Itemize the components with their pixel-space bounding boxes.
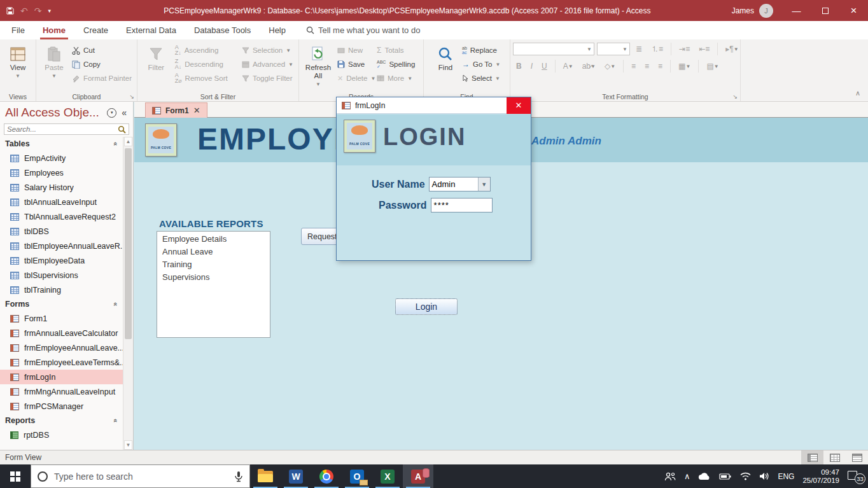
nav-item-table[interactable]: tblTraining bbox=[0, 282, 123, 297]
login-button[interactable]: Login bbox=[395, 298, 458, 315]
close-tab-icon[interactable]: ✕ bbox=[193, 106, 200, 115]
outlook-icon[interactable]: O bbox=[342, 464, 372, 488]
collapse-ribbon-icon[interactable]: ∧ bbox=[855, 89, 860, 97]
clock[interactable]: 09:47 25/07/2019 bbox=[802, 468, 839, 485]
selection-button[interactable]: Selection ▼ bbox=[239, 43, 296, 57]
align-right-button[interactable]: ≡ bbox=[655, 60, 666, 73]
cut-button[interactable]: Cut bbox=[69, 43, 134, 57]
report-option[interactable]: Annual Leave bbox=[157, 246, 270, 258]
word-icon[interactable]: W bbox=[281, 464, 311, 488]
nav-item-table[interactable]: tblEmployeeData bbox=[0, 253, 123, 268]
text-direction-button[interactable]: ▸¶ ▼ bbox=[722, 43, 741, 55]
gridlines-button[interactable]: ▦ ▼ bbox=[675, 60, 694, 73]
text-formatting-dialog-launcher-icon[interactable]: ↘ bbox=[732, 94, 738, 100]
excel-icon[interactable]: X bbox=[372, 464, 403, 488]
delete-record-button[interactable]: ✕ Delete ▼ bbox=[335, 71, 374, 85]
bullets-button[interactable]: ≣ bbox=[633, 43, 645, 55]
bold-button[interactable]: B bbox=[513, 60, 525, 73]
tab-file[interactable]: File bbox=[3, 21, 34, 39]
battery-icon[interactable] bbox=[719, 473, 732, 480]
nav-item-form-selected[interactable]: frmLogIn bbox=[0, 370, 123, 384]
nav-item-form[interactable]: frmMngAnnualLeaveInput bbox=[0, 384, 123, 399]
tab-external-data[interactable]: External Data bbox=[117, 21, 185, 39]
scroll-up-icon[interactable]: ▲ bbox=[124, 137, 132, 146]
form-view-button[interactable] bbox=[801, 450, 823, 464]
notification-icon[interactable]: 33 bbox=[848, 471, 862, 482]
increase-indent-button[interactable]: ⇥≡ bbox=[676, 43, 693, 55]
undo-icon[interactable]: ↶ bbox=[20, 6, 28, 16]
ascending-button[interactable]: AZ↓ Ascending bbox=[172, 43, 239, 57]
refresh-all-button[interactable]: Refresh All ▼ bbox=[302, 41, 335, 88]
tab-database-tools[interactable]: Database Tools bbox=[185, 21, 260, 39]
totals-button[interactable]: Σ Totals bbox=[374, 43, 417, 57]
goto-button[interactable]: → Go To ▼ bbox=[459, 57, 503, 71]
nav-group-forms[interactable]: Forms « bbox=[0, 297, 123, 311]
nav-item-table[interactable]: Salary History bbox=[0, 180, 123, 195]
customize-qat-icon[interactable]: ▾ bbox=[48, 8, 51, 14]
nav-group-tables[interactable]: Tables « bbox=[0, 137, 123, 151]
align-center-button[interactable]: ≡ bbox=[641, 60, 652, 73]
font-name-combo[interactable]: ▼ bbox=[513, 43, 594, 55]
nav-item-form[interactable]: frmPCSManager bbox=[0, 399, 123, 414]
password-field[interactable]: **** bbox=[431, 198, 493, 213]
nav-item-form[interactable]: frmEmployeeAnnualLeave... bbox=[0, 340, 123, 355]
copy-button[interactable]: Copy bbox=[69, 57, 134, 71]
nav-item-table[interactable]: TblAnnualLeaveRequest2 bbox=[0, 209, 123, 224]
alt-row-color-button[interactable]: ▤ ▼ bbox=[703, 60, 722, 73]
descending-button[interactable]: ZA↓ Descending bbox=[172, 57, 239, 71]
remove-sort-button[interactable]: AZ⌀ Remove Sort bbox=[172, 71, 239, 85]
tray-expand-icon[interactable]: ∧ bbox=[684, 471, 690, 481]
replace-button[interactable]: abac Replace bbox=[459, 43, 503, 57]
report-option[interactable]: Training bbox=[157, 258, 270, 271]
account-name[interactable]: James bbox=[732, 6, 754, 15]
nav-item-table[interactable]: EmpActivity bbox=[0, 151, 123, 165]
people-icon[interactable] bbox=[664, 472, 676, 481]
tab-create[interactable]: Create bbox=[74, 21, 117, 39]
design-view-button[interactable] bbox=[846, 450, 868, 464]
nav-group-reports[interactable]: Reports « bbox=[0, 414, 123, 428]
search-input[interactable] bbox=[7, 125, 118, 133]
italic-button[interactable]: I bbox=[528, 60, 536, 73]
file-explorer-icon[interactable] bbox=[250, 464, 281, 488]
underline-button[interactable]: U bbox=[538, 60, 550, 73]
save-record-button[interactable]: Save bbox=[335, 57, 374, 71]
format-painter-button[interactable]: Format Painter bbox=[69, 71, 134, 85]
nav-item-form[interactable]: frmAnnualLeaveCalculator bbox=[0, 326, 123, 340]
scroll-thumb[interactable] bbox=[125, 148, 132, 339]
nav-item-report[interactable]: rptDBS bbox=[0, 428, 123, 442]
advanced-button[interactable]: Advanced ▼ bbox=[239, 57, 296, 71]
tab-home[interactable]: Home bbox=[34, 21, 74, 39]
redo-icon[interactable]: ↷ bbox=[34, 6, 42, 16]
save-icon[interactable] bbox=[6, 7, 14, 15]
report-option[interactable]: Supervisions bbox=[157, 271, 270, 284]
close-button[interactable]: × bbox=[839, 0, 868, 21]
report-option[interactable]: Employee Details bbox=[157, 233, 270, 246]
dialog-title-bar[interactable]: frmLogIn ✕ bbox=[337, 97, 531, 114]
wifi-icon[interactable] bbox=[740, 472, 751, 480]
clipboard-dialog-launcher-icon[interactable]: ↘ bbox=[129, 94, 134, 100]
nav-item-form[interactable]: Form1 bbox=[0, 311, 123, 326]
paste-button[interactable]: Paste ▼ bbox=[39, 41, 69, 80]
shutter-bar-icon[interactable]: « bbox=[122, 108, 127, 118]
speaker-icon[interactable] bbox=[759, 472, 769, 480]
nav-item-form[interactable]: frmEmployeeLeaveTerms&... bbox=[0, 355, 123, 370]
chrome-icon[interactable] bbox=[311, 464, 342, 488]
align-left-button[interactable]: ≡ bbox=[628, 60, 639, 73]
datasheet-view-button[interactable] bbox=[823, 450, 846, 464]
toggle-filter-button[interactable]: Toggle Filter bbox=[239, 71, 296, 85]
onedrive-icon[interactable] bbox=[698, 472, 711, 480]
language-indicator[interactable]: ENG bbox=[778, 472, 794, 481]
more-button[interactable]: More ▼ bbox=[374, 71, 417, 85]
access-icon[interactable]: A bbox=[403, 464, 433, 488]
highlight-button[interactable]: ab̷ ▼ bbox=[579, 60, 599, 73]
decrease-indent-button[interactable]: ⇤≡ bbox=[696, 43, 713, 55]
reports-listbox[interactable]: Employee Details Annual Leave Training S… bbox=[157, 231, 270, 338]
nav-item-table[interactable]: tblSupervisions bbox=[0, 268, 123, 282]
tell-me-box[interactable]: Tell me what you want to do bbox=[306, 25, 420, 35]
avatar[interactable]: J bbox=[759, 4, 773, 18]
nav-item-table[interactable]: tblDBS bbox=[0, 224, 123, 239]
nav-menu-icon[interactable]: ▾ bbox=[107, 108, 116, 118]
dialog-close-button[interactable]: ✕ bbox=[507, 97, 531, 114]
restore-button[interactable] bbox=[811, 0, 839, 21]
nav-item-table[interactable]: tblAnnualLeaveInput bbox=[0, 195, 123, 209]
